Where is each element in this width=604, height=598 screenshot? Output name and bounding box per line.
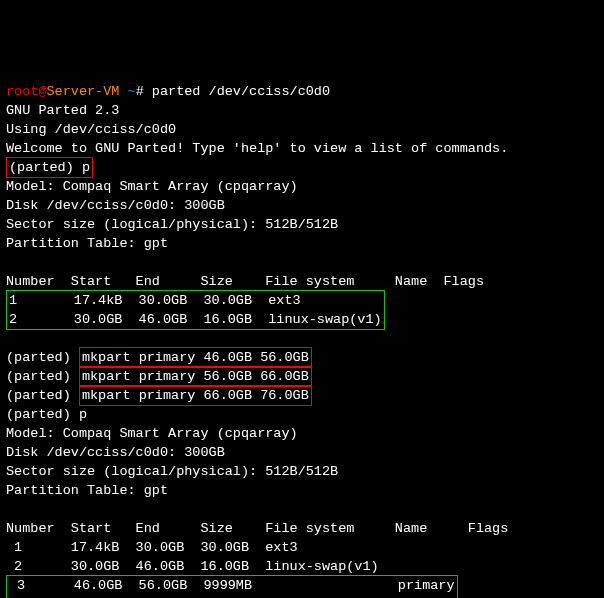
- table-row: 3 46.0GB 56.0GB 9999MB primary: [9, 576, 455, 595]
- command-text: parted /dev/cciss/c0d0: [152, 84, 330, 99]
- parted-prompt: (parted): [6, 388, 79, 403]
- prompt-host: Server-VM: [47, 84, 120, 99]
- output-line: Model: Compaq Smart Array (cpqarray): [6, 424, 598, 443]
- table-header: Number Start End Size File system Name F…: [6, 519, 598, 538]
- highlight-red: mkpart primary 66.0GB 76.0GB: [79, 385, 312, 406]
- prompt-path: ~: [119, 84, 135, 99]
- command-text: p: [82, 160, 90, 175]
- parted-prompt: (parted): [6, 369, 79, 384]
- highlight-red: mkpart primary 56.0GB 66.0GB: [79, 366, 312, 387]
- output-line: Partition Table: gpt: [6, 234, 598, 253]
- parted-prompt: (parted): [9, 160, 82, 175]
- highlight-red: (parted) p: [6, 157, 93, 178]
- output-line: Model: Compaq Smart Array (cpqarray): [6, 177, 598, 196]
- output-line: Partition Table: gpt: [6, 481, 598, 500]
- table-row: 1 17.4kB 30.0GB 30.0GB ext3: [6, 538, 598, 557]
- output-line: Sector size (logical/physical): 512B/512…: [6, 462, 598, 481]
- terminal-output: root@Server-VM ~# parted /dev/cciss/c0d0…: [6, 82, 598, 598]
- command-text: p: [79, 407, 87, 422]
- parted-prompt: (parted): [6, 350, 79, 365]
- highlight-green: 1 17.4kB 30.0GB 30.0GB ext32 30.0GB 46.0…: [6, 290, 385, 330]
- table-row: 2 30.0GB 46.0GB 16.0GB linux-swap(v1): [6, 557, 598, 576]
- parted-prompt: (parted): [6, 407, 79, 422]
- table-row: 2 30.0GB 46.0GB 16.0GB linux-swap(v1): [9, 310, 382, 329]
- output-line: Sector size (logical/physical): 512B/512…: [6, 215, 598, 234]
- prompt-at: @: [38, 84, 46, 99]
- highlight-red: mkpart primary 46.0GB 56.0GB: [79, 347, 312, 368]
- output-line: GNU Parted 2.3: [6, 101, 598, 120]
- output-line: Disk /dev/cciss/c0d0: 300GB: [6, 443, 598, 462]
- output-line: Welcome to GNU Parted! Type 'help' to vi…: [6, 139, 598, 158]
- highlight-green: 3 46.0GB 56.0GB 9999MB primary 4 56.0GB …: [6, 575, 458, 598]
- prompt-hash: #: [136, 84, 152, 99]
- prompt-user: root: [6, 84, 38, 99]
- table-header: Number Start End Size File system Name F…: [6, 272, 598, 291]
- output-line: Disk /dev/cciss/c0d0: 300GB: [6, 196, 598, 215]
- output-line: Using /dev/cciss/c0d0: [6, 120, 598, 139]
- table-row: 1 17.4kB 30.0GB 30.0GB ext3: [9, 291, 382, 310]
